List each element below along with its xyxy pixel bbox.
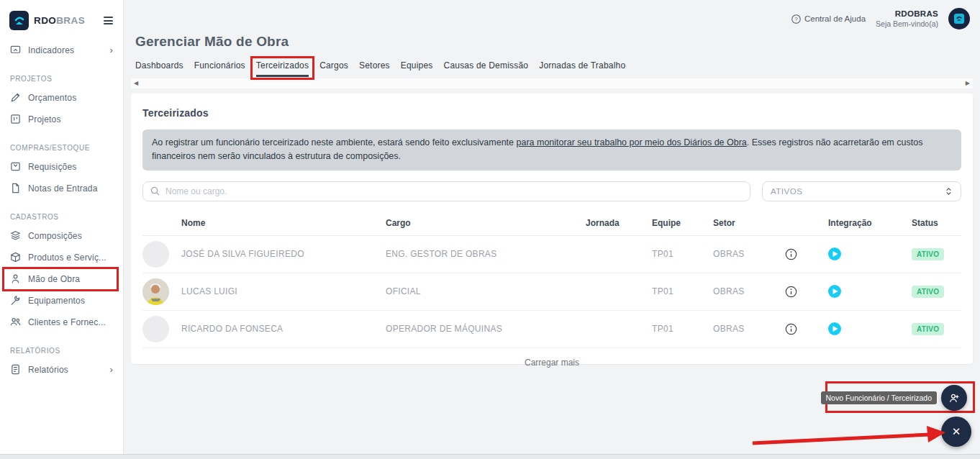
tab-terceirizados[interactable]: Terceirizados [256,60,309,77]
section-relatorios: RELATÓRIOS [0,342,123,359]
table-row[interactable]: LUCAS LUIGI OFICIAL TP01 OBRAS ATIVO [142,273,961,311]
table-row[interactable]: RICARDO DA FONSECA OPERADOR DE MÁQUINAS … [142,311,961,348]
status-filter-select[interactable]: ATIVOS [762,181,961,201]
info-icon[interactable] [785,323,828,335]
tab-scrollbar[interactable]: ◀ ▶ [131,78,973,88]
integration-play-icon[interactable] [828,285,912,298]
people-icon [10,317,21,327]
sidebar-item-orcamentos[interactable]: Orçamentos [0,87,123,109]
sidebar-item-mao-de-obra[interactable]: Mão de Obra [0,268,123,290]
info-icon[interactable] [785,248,828,260]
logo-row: RDOBRAS [0,0,123,40]
tab-funcionarios[interactable]: Funcionários [194,60,245,77]
sidebar-item-requisicoes[interactable]: Requisições [0,156,123,178]
question-circle-icon: ? [791,14,801,24]
integration-play-icon[interactable] [828,322,912,335]
status-badge: ATIVO [912,248,944,260]
help-center-label: Central de Ajuda [804,14,866,23]
sidebar-item-label: Requisições [28,162,77,172]
table-row[interactable]: JOSÉ DA SILVA FIGUEIREDO ENG. GESTOR DE … [142,236,961,273]
cell-nome: JOSÉ DA SILVA FIGUEIREDO [181,249,386,259]
load-more-button[interactable]: Carregar mais [142,348,961,377]
info-icon[interactable] [785,286,828,298]
user-name: RDOBRAS [876,9,938,19]
indicators-icon [10,45,21,55]
cell-nome: RICARDO DA FONSECA [181,324,386,334]
row-avatar [142,316,169,342]
new-employee-button[interactable] [941,385,967,411]
topbar: ? Central de Ajuda RDOBRAS Seja Bem-vind… [791,8,970,29]
help-center-link[interactable]: ? Central de Ajuda [791,14,866,24]
section-compras-estoque: COMPRAS/ESTOQUE [0,140,123,156]
integration-play-icon[interactable] [828,247,912,260]
scroll-right-icon[interactable]: ▶ [966,81,970,86]
tab-label: Terceirizados [256,60,309,71]
panel-title: Terceirizados [142,94,961,119]
cell-setor: OBRAS [713,249,785,259]
cell-cargo: OFICIAL [386,286,586,296]
tab-cargos[interactable]: Cargos [319,60,348,77]
report-icon [10,364,21,375]
cell-nome: LUCAS LUIGI [181,286,386,296]
sidebar-item-composicoes[interactable]: Composições [0,225,123,247]
brand-name: RDOBRAS [34,15,85,26]
tab-jornadas-de-trabalho[interactable]: Jornadas de Trabalho [539,60,625,77]
sidebar-item-projetos[interactable]: Projetos [0,109,123,130]
close-icon: ✕ [952,425,961,438]
sidebar-nav: Indicadores › PROJETOS Orçamentos Projet… [0,40,123,381]
search-icon [150,186,160,196]
user-welcome: Seja Bem-vindo(a) [876,19,938,29]
sidebar-item-relatorios[interactable]: Relatórios › [0,359,123,381]
chevron-right-icon: › [109,365,113,374]
col-status: Status [912,218,961,228]
sidebar-item-label: Notas de Entrada [28,183,98,194]
sidebar-item-equipamentos[interactable]: Equipamentos [0,290,123,312]
section-cadastros: CADASTROS [0,209,123,225]
person-add-icon [948,392,961,404]
sidebar-item-label: Produtos e Serviç... [28,253,106,263]
new-employee-tooltip: Novo Funcionário / Terceirizado [821,391,937,404]
tab-equipes[interactable]: Equipes [401,60,433,77]
search-input[interactable] [165,186,743,196]
filter-row: ATIVOS [142,181,961,201]
col-cargo: Cargo [386,218,586,228]
alert-text: Ao registrar um funcionário terceirizado… [152,137,517,147]
sidebar-item-clientes-fornecedores[interactable]: Clientes e Fornec... [0,312,123,333]
sidebar-item-notas-de-entrada[interactable]: Notas de Entrada [0,178,123,199]
user-menu[interactable]: RDOBRAS Seja Bem-vindo(a) [876,9,938,29]
sidebar-item-produtos-servicos[interactable]: Produtos e Serviç... [0,247,123,268]
avatar-logo-icon [954,14,964,24]
sidebar-item-label: Projetos [28,114,61,124]
tab-dashboards[interactable]: Dashboards [135,60,183,77]
scroll-left-icon[interactable]: ◀ [134,81,138,86]
status-filter-value: ATIVOS [771,187,802,196]
search-box[interactable] [142,181,750,201]
close-fab-button[interactable]: ✕ [941,417,971,447]
updown-arrows-icon [945,187,953,196]
alert-link[interactable]: para monitorar seu trabalho por meio dos… [517,137,747,147]
cell-setor: OBRAS [713,286,785,296]
annotation-box-new-employee: Novo Funcionário / Terceirizado [825,381,975,413]
row-avatar-photo [142,278,169,305]
chevron-right-icon: › [109,45,113,55]
page-title: Gerenciar Mão de Obra [135,34,289,50]
sidebar-item-label: Mão de Obra [28,274,80,284]
rdobras-logo-icon [9,11,29,30]
tab-causas-de-demissao[interactable]: Causas de Demissão [444,60,529,77]
table-header: Nome Cargo Jornada Equipe Setor Integraç… [142,211,961,236]
inbox-icon [10,161,21,172]
section-projetos: PROJETOS [0,71,123,87]
menu-toggle-icon[interactable] [102,15,114,26]
file-icon [10,183,21,194]
cell-equipe: TP01 [652,324,713,334]
cell-equipe: TP01 [652,286,713,296]
footer-strip [0,454,980,459]
person-icon [10,273,21,284]
sidebar-item-label: Relatórios [28,365,68,375]
avatar[interactable] [948,8,970,29]
sidebar-item-indicadores[interactable]: Indicadores › [0,40,123,61]
status-badge: ATIVO [912,286,944,298]
row-avatar [142,241,169,268]
tab-setores[interactable]: Setores [359,60,390,77]
status-badge: ATIVO [912,323,944,335]
